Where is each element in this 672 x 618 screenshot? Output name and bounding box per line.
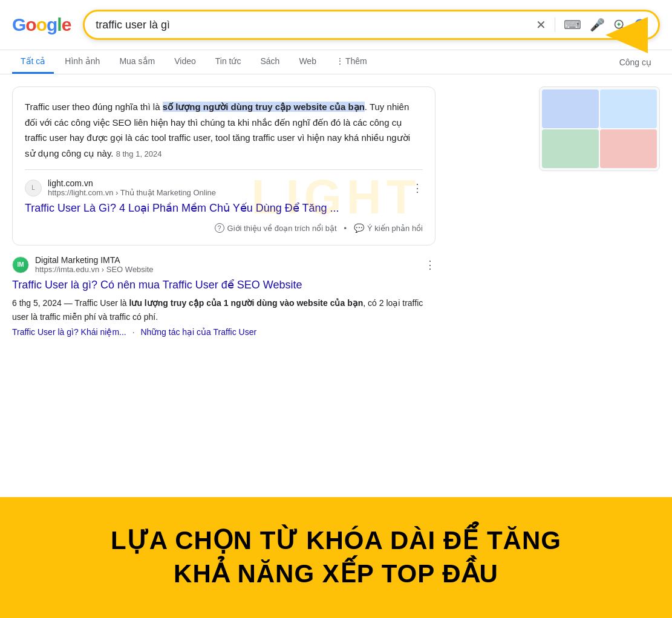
source-favicon-light: L (25, 180, 42, 197)
source-info: L light.com.vn https://light.com.vn › Th… (25, 178, 423, 197)
sub-link-2[interactable]: Những tác hại của Traffic User (140, 327, 256, 337)
thumb-cell-1 (542, 89, 599, 128)
sub-link-1[interactable]: Traffic User là gì? Khái niệm... (12, 327, 126, 337)
results-area: Traffic user theo đúng nghĩa thì là số l… (12, 86, 435, 337)
second-source-url-text: https://imta.edu.vn › SEO Website (35, 265, 154, 274)
feedback-intro[interactable]: ? Giới thiệu về đoạn trích nổi bật (215, 223, 337, 233)
second-source-details: Digital Marketing IMTA https://imta.edu.… (35, 255, 419, 274)
logo-letter-o1: o (25, 15, 36, 34)
thumb-cell-2 (600, 89, 657, 128)
logo-letter-g2: g (47, 15, 57, 34)
featured-snippet: Traffic user theo đúng nghĩa thì là số l… (12, 86, 435, 246)
tab-web[interactable]: Web (290, 50, 325, 74)
tab-more-text: Thêm (345, 56, 367, 66)
snippet-highlight: số lượng người dùng truy cập website của… (163, 102, 365, 112)
tools-tab[interactable]: Công cụ (611, 51, 660, 73)
separator (25, 169, 423, 170)
logo-letter-g: G (12, 15, 25, 34)
second-source-options-icon[interactable]: ⋮ (425, 258, 435, 272)
banner-text: LỰA CHỌN TỪ KHÓA DÀI ĐỂ TĂNG KHẢ NĂNG XẾ… (111, 524, 561, 590)
chat-icon: 💬 (354, 223, 364, 233)
snippet-date: 8 thg 1, 2024 (116, 149, 162, 158)
arrow-annotation (605, 17, 666, 53)
source-details: light.com.vn https://light.com.vn › Thủ … (48, 178, 406, 197)
second-source-name: Digital Marketing IMTA (35, 255, 419, 265)
google-logo: Google (12, 15, 71, 35)
banner-line2: KHẢ NĂNG XẾP TOP ĐẦU (111, 558, 561, 591)
arrow-shape (605, 17, 648, 53)
feedback-intro-label: Giới thiệu về đoạn trích nổi bật (227, 224, 337, 233)
result-date: 6 thg 5, 2024 (12, 298, 62, 308)
result-sub-links: Traffic User là gì? Khái niệm... · Những… (12, 327, 435, 337)
question-circle-icon: ? (215, 223, 224, 233)
thumbnail-box (539, 86, 660, 171)
header: Google ✕ ⌨ 🎤 (0, 0, 672, 50)
feedback-opinion[interactable]: 💬 Ý kiến phản hồi (354, 223, 423, 233)
feedback-opinion-label: Ý kiến phản hồi (367, 224, 423, 233)
result-title-light[interactable]: Traffic User Là Gì? 4 Loại Phần Mềm Chủ … (25, 201, 423, 216)
mic-icon[interactable]: 🎤 (590, 18, 605, 32)
clear-icon[interactable]: ✕ (536, 18, 546, 32)
thumbnail-area (539, 86, 660, 171)
logo-letter-l: l (57, 15, 61, 34)
tab-video[interactable]: Video (166, 50, 204, 74)
logo-letter-o2: o (36, 15, 47, 34)
tab-more[interactable]: ⋮ Thêm (327, 50, 376, 74)
nav-tabs: Tất cả Hình ảnh Mua sắm Video Tin tức Sá… (0, 50, 672, 74)
source-favicon-imta: IM (12, 256, 29, 273)
source-options-icon[interactable]: ⋮ (412, 181, 423, 195)
result-snippet-bold: lưu lượng truy cập của 1 người dùng vào … (129, 298, 364, 308)
thumb-cell-3 (542, 129, 599, 168)
main-content: Traffic user theo đúng nghĩa thì là số l… (0, 74, 672, 337)
search-bar[interactable]: ✕ ⌨ 🎤 (83, 10, 660, 40)
result-snippet-before: — Traffic User là (62, 298, 129, 308)
snippet-text: Traffic user theo đúng nghĩa thì là số l… (25, 99, 423, 161)
tab-news[interactable]: Tin tức (207, 50, 250, 74)
tab-all[interactable]: Tất cả (12, 50, 54, 74)
snippet-text-before: Traffic user theo đúng nghĩa thì là (25, 102, 163, 112)
source-url-text: https://light.com.vn › Thủ thuật Marketi… (48, 188, 216, 197)
result-date-snippet: 6 thg 5, 2024 — Traffic User là lưu lượn… (12, 296, 435, 324)
dot-separator: • (344, 224, 347, 233)
bottom-banner: LỰA CHỌN TỪ KHÓA DÀI ĐỂ TĂNG KHẢ NĂNG XẾ… (0, 497, 672, 618)
banner-line1: LỰA CHỌN TỪ KHÓA DÀI ĐỂ TĂNG (111, 524, 561, 558)
tab-more-label: ⋮ (336, 56, 344, 66)
tab-books[interactable]: Sách (252, 50, 288, 74)
second-source-info: IM Digital Marketing IMTA https://imta.e… (12, 255, 435, 274)
search-input[interactable] (96, 19, 529, 31)
tab-shopping[interactable]: Mua sắm (111, 50, 163, 74)
thumb-cell-4 (600, 129, 657, 168)
second-result: IM Digital Marketing IMTA https://imta.e… (12, 255, 435, 337)
second-source-url: https://imta.edu.vn › SEO Website (35, 265, 419, 274)
source-name: light.com.vn (48, 178, 406, 188)
sub-link-separator: · (132, 327, 137, 337)
logo-letter-e: e (62, 15, 71, 34)
tab-images[interactable]: Hình ảnh (56, 50, 108, 74)
keyboard-icon[interactable]: ⌨ (564, 18, 581, 32)
result-title-imta[interactable]: Traffic User là gì? Có nên mua Traffic U… (12, 278, 435, 293)
divider (555, 18, 555, 32)
source-url: https://light.com.vn › Thủ thuật Marketi… (48, 188, 406, 197)
feedback-row: ? Giới thiệu về đoạn trích nổi bật • 💬 Ý… (25, 223, 423, 233)
